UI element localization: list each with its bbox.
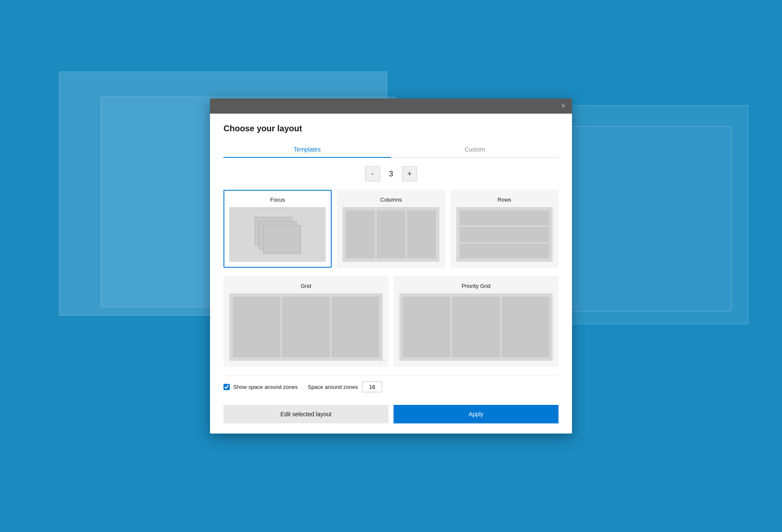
footer-options: Show space around zones Space around zon…	[223, 375, 559, 398]
edit-layout-button[interactable]: Edit selected layout	[223, 405, 388, 423]
layout-card-columns[interactable]: Columns	[337, 190, 445, 268]
space-input-group: Space around zones	[308, 381, 382, 392]
layout-card-grid[interactable]: Grid	[223, 276, 388, 367]
focus-card-3	[263, 225, 301, 254]
counter-row: - 3 +	[223, 166, 559, 181]
grid-block-1	[233, 297, 280, 357]
layout-card-focus[interactable]: Focus	[223, 190, 332, 268]
show-space-label[interactable]: Show space around zones	[223, 384, 298, 390]
priority-block-1	[403, 297, 450, 357]
tab-custom[interactable]: Custom	[391, 142, 559, 158]
layout-preview-rows	[456, 207, 553, 262]
dialog-title: Choose your layout	[223, 124, 559, 133]
layout-dialog: × Choose your layout Templates Custom - …	[210, 98, 572, 434]
priority-block-2	[452, 297, 500, 357]
tab-templates[interactable]: Templates	[223, 142, 391, 158]
action-row: Edit selected layout Apply	[223, 405, 559, 423]
layout-preview-priority-grid	[399, 293, 553, 361]
row-block-3	[460, 244, 549, 258]
dialog-body: Choose your layout Templates Custom - 3 …	[210, 114, 572, 434]
rows-inner	[456, 207, 553, 262]
columns-inner	[343, 207, 439, 262]
grid-inner	[229, 293, 383, 361]
increment-button[interactable]: +	[402, 166, 417, 181]
title-bar: ×	[210, 98, 572, 114]
row-block-2	[460, 227, 549, 242]
layout-label-rows: Rows	[497, 197, 511, 203]
show-space-text: Show space around zones	[233, 384, 298, 390]
priority-block-3	[502, 297, 549, 357]
counter-value: 3	[383, 166, 399, 181]
layout-card-rows[interactable]: Rows	[450, 190, 559, 268]
layout-grid-top: Focus Columns	[223, 190, 559, 268]
col-block-3	[407, 210, 436, 258]
layout-label-grid: Grid	[301, 283, 311, 289]
layout-card-priority-grid[interactable]: Priority Grid	[394, 276, 559, 367]
space-around-label: Space around zones	[308, 384, 358, 390]
priority-grid-inner	[399, 293, 553, 361]
space-around-input[interactable]	[362, 381, 382, 392]
layout-preview-columns	[343, 207, 439, 262]
focus-stack	[255, 217, 301, 253]
show-space-checkbox[interactable]	[223, 384, 230, 390]
layout-label-columns: Columns	[380, 197, 402, 203]
grid-block-2	[282, 297, 330, 357]
col-block-2	[377, 210, 405, 258]
layout-label-priority-grid: Priority Grid	[462, 283, 491, 289]
tabs-container: Templates Custom	[223, 142, 559, 158]
layout-preview-grid	[229, 293, 383, 361]
row-block-1	[460, 210, 549, 225]
layout-label-focus: Focus	[270, 197, 285, 203]
close-button[interactable]: ×	[560, 102, 567, 110]
layout-preview-focus	[229, 207, 326, 262]
col-block-1	[346, 210, 375, 258]
layout-grid-bottom: Grid Priority Grid	[223, 276, 559, 367]
grid-block-3	[332, 297, 379, 357]
apply-button[interactable]: Apply	[394, 405, 559, 423]
decrement-button[interactable]: -	[365, 166, 380, 181]
